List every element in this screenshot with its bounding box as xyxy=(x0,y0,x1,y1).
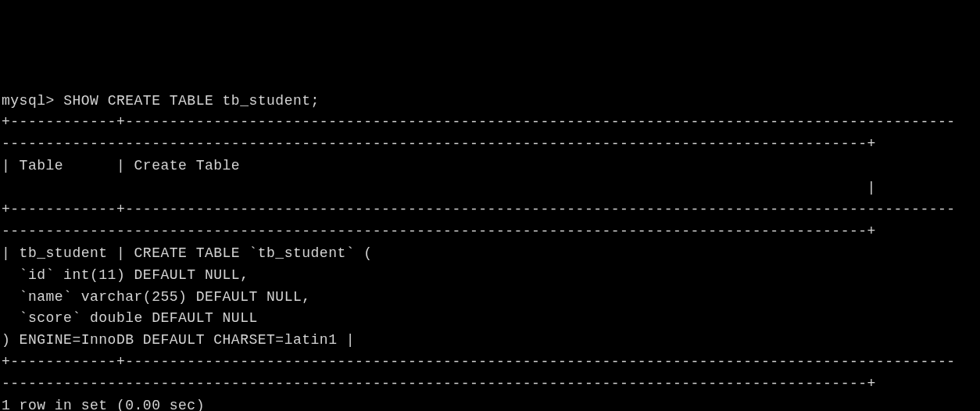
table-border-bot-2: ----------------------------------------… xyxy=(2,376,876,391)
table-row-line-2: `id` int(11) DEFAULT NULL, xyxy=(2,267,249,283)
terminal-output: mysql> SHOW CREATE TABLE tb_student; +--… xyxy=(2,91,978,411)
table-row-line-5: ) ENGINE=InnoDB DEFAULT CHARSET=latin1 | xyxy=(2,332,355,348)
table-row-line-1: | tb_student | CREATE TABLE `tb_student`… xyxy=(2,245,373,261)
table-row-line-4: `score` double DEFAULT NULL xyxy=(2,310,258,326)
result-summary: 1 row in set (0.00 sec) xyxy=(2,398,205,411)
table-border-mid-1: +------------+--------------------------… xyxy=(2,202,956,217)
table-row-line-3: `name` varchar(255) DEFAULT NULL, xyxy=(2,289,311,305)
table-header-line-1: | Table | Create Table xyxy=(2,158,240,173)
table-border-top-1: +------------+--------------------------… xyxy=(2,114,956,130)
table-header-line-2: | xyxy=(2,180,876,195)
mysql-prompt: mysql> xyxy=(2,93,63,109)
table-border-mid-2: ----------------------------------------… xyxy=(2,223,876,239)
table-border-top-2: ----------------------------------------… xyxy=(2,136,876,152)
table-border-bot-1: +------------+--------------------------… xyxy=(2,354,956,370)
sql-command: SHOW CREATE TABLE tb_student; xyxy=(63,93,320,109)
